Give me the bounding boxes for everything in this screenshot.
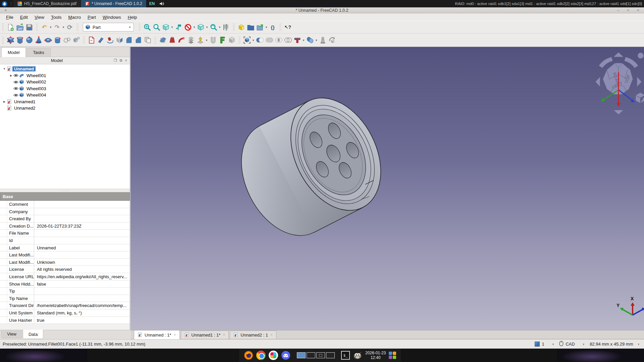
undo-dropdown-arrow[interactable]: ▾ bbox=[49, 25, 52, 29]
join-dropdown-arrow[interactable]: ▾ bbox=[302, 39, 305, 42]
property-group-base[interactable]: Base bbox=[0, 192, 130, 201]
draw-style-button[interactable] bbox=[183, 22, 193, 32]
sync-view-button[interactable] bbox=[174, 22, 183, 32]
tree-row-unnamed2[interactable]: Unnamed2 bbox=[0, 105, 130, 112]
window-tab-freecad[interactable]: * Unnamed - FreeCAD 1.0.2 bbox=[81, 0, 147, 7]
toolbar-grip[interactable] bbox=[76, 23, 79, 31]
firefox-launcher[interactable] bbox=[244, 351, 253, 360]
workspace-2[interactable] bbox=[307, 352, 315, 358]
tree-label-unnamed2[interactable]: Unnamed2 bbox=[12, 106, 37, 111]
link-dropdown-arrow[interactable]: ▾ bbox=[265, 25, 268, 29]
import-cad-button[interactable] bbox=[87, 36, 96, 45]
toolbar-grip[interactable] bbox=[154, 36, 157, 44]
part-sphere-button[interactable] bbox=[24, 36, 34, 45]
tree-row-wheel003[interactable]: Wheel003 bbox=[0, 85, 130, 92]
dimension-indicator[interactable]: 82.94 mm x 45.29 mm ▾ bbox=[590, 342, 639, 347]
toolbar-grip[interactable] bbox=[36, 23, 38, 31]
make-face-button[interactable] bbox=[143, 36, 152, 45]
tree-label-wheel002[interactable]: Wheel002 bbox=[25, 79, 48, 84]
tree-label-unnamed[interactable]: Unnamed bbox=[12, 66, 36, 71]
undo-button[interactable]: ↶ bbox=[40, 22, 49, 32]
property-value[interactable]: 2026-01-22T23:37:23Z bbox=[34, 223, 130, 230]
sweep-button[interactable] bbox=[177, 36, 186, 45]
property-value[interactable] bbox=[34, 288, 130, 295]
boolean-xor-button[interactable] bbox=[283, 36, 292, 45]
toolbar-grip[interactable] bbox=[139, 23, 141, 31]
tree-label-wheel001[interactable]: Wheel001 bbox=[25, 73, 48, 78]
menu-help[interactable]: Help bbox=[124, 14, 141, 20]
expander-closed-icon[interactable]: ▶ bbox=[9, 74, 13, 77]
tree-label-wheel004[interactable]: Wheel004 bbox=[25, 93, 48, 98]
view-dropdown-arrow[interactable]: ▾ bbox=[170, 25, 174, 29]
property-value[interactable] bbox=[34, 208, 130, 215]
keyboard-layout-indicator[interactable]: EN bbox=[147, 0, 158, 7]
app-grid-launcher[interactable] bbox=[389, 352, 396, 359]
visibility-eye-icon[interactable] bbox=[13, 93, 18, 97]
save-button[interactable] bbox=[24, 22, 34, 32]
tree-row-wheel004[interactable]: Wheel004 bbox=[0, 92, 130, 99]
refresh-button[interactable]: ⟳ bbox=[65, 22, 74, 32]
panel-close-icon[interactable]: × bbox=[125, 58, 127, 63]
mdi-tab-unnamed1[interactable]: Unnamed1 : 1* × bbox=[181, 330, 229, 339]
minimize-button[interactable]: – bbox=[617, 8, 620, 13]
app-menu-button[interactable] bbox=[0, 1, 9, 7]
overflow-menu-icon[interactable]: ⋮ bbox=[9, 1, 13, 6]
chrome-launcher[interactable] bbox=[256, 351, 266, 360]
extrude-button[interactable] bbox=[96, 36, 105, 45]
view-box-button[interactable] bbox=[161, 22, 170, 32]
create-primitives-button[interactable] bbox=[62, 36, 71, 45]
property-value[interactable]: Unknown bbox=[34, 259, 130, 266]
open-document-button[interactable] bbox=[15, 22, 24, 32]
property-value[interactable] bbox=[34, 230, 130, 237]
panel-float-icon[interactable]: ⧉ bbox=[120, 58, 122, 63]
part-feature-button[interactable] bbox=[236, 22, 246, 32]
property-value[interactable]: true bbox=[34, 317, 130, 324]
draw-style-dropdown-arrow[interactable]: ▾ bbox=[193, 25, 196, 29]
navigation-style-selector[interactable]: CAD ▾ bbox=[559, 341, 588, 347]
terminal-launcher[interactable]: $_ bbox=[341, 351, 350, 360]
panel-restore-icon[interactable]: ❐ bbox=[114, 58, 117, 63]
toolbar-grip[interactable] bbox=[233, 23, 235, 31]
mirror-button[interactable] bbox=[115, 36, 124, 45]
workbench-selector[interactable]: Part ▾ bbox=[83, 23, 134, 32]
slack-launcher[interactable] bbox=[269, 351, 278, 360]
volume-button[interactable] bbox=[158, 0, 166, 7]
solid-cube-button[interactable] bbox=[227, 36, 236, 45]
menu-macro[interactable]: Macro bbox=[65, 14, 85, 20]
close-button[interactable]: × bbox=[637, 8, 639, 13]
toolbar-grip[interactable] bbox=[2, 36, 4, 44]
whats-this-button[interactable]: ↖? bbox=[283, 22, 292, 32]
discord-launcher[interactable] bbox=[281, 351, 290, 360]
3d-viewport[interactable]: REAR TOP LEFT bbox=[130, 47, 644, 330]
compound-dropdown-arrow[interactable]: ▾ bbox=[252, 39, 255, 42]
gimp-launcher[interactable] bbox=[353, 351, 362, 360]
offset-dropdown-arrow[interactable]: ▾ bbox=[205, 39, 208, 42]
visibility-eye-icon[interactable] bbox=[13, 73, 18, 77]
cross-section-button[interactable] bbox=[158, 36, 167, 45]
panel-splitter[interactable]: ······ bbox=[0, 189, 130, 192]
tree-row-wheel002[interactable]: Wheel002 bbox=[0, 79, 130, 85]
menu-tools[interactable]: Tools bbox=[48, 14, 65, 20]
clock[interactable]: 2026-01-23 12:40 bbox=[365, 351, 386, 360]
convert-solid-button[interactable] bbox=[218, 36, 227, 45]
toolbar-grip[interactable] bbox=[2, 23, 4, 31]
tab-tasks[interactable]: Tasks bbox=[26, 48, 50, 57]
isometric-dropdown-arrow[interactable]: ▾ bbox=[205, 25, 209, 29]
workspace-3[interactable] bbox=[316, 352, 325, 358]
section-button[interactable] bbox=[186, 36, 196, 45]
menu-view[interactable]: View bbox=[31, 14, 48, 20]
refine-shape-button[interactable] bbox=[327, 36, 337, 45]
split-button[interactable] bbox=[305, 36, 315, 45]
zoom-rotate-button[interactable] bbox=[209, 22, 218, 32]
mdi-tab-unnamed[interactable]: Unnamed : 1* × bbox=[134, 330, 180, 339]
thickness-button[interactable] bbox=[208, 36, 218, 45]
menu-file[interactable]: File bbox=[3, 14, 17, 20]
create-group-button[interactable] bbox=[246, 22, 255, 32]
expression-editor-button[interactable]: {} bbox=[268, 22, 277, 32]
property-value[interactable] bbox=[34, 201, 130, 208]
property-value[interactable] bbox=[34, 251, 130, 258]
property-value[interactable]: Standard (mm, kg, s, °) bbox=[34, 309, 130, 316]
active-layer-selector[interactable]: 1 ▾ bbox=[535, 342, 557, 347]
wheel-model[interactable]: REAR TOP LEFT bbox=[130, 47, 644, 330]
toolbar-grip[interactable] bbox=[238, 36, 241, 44]
